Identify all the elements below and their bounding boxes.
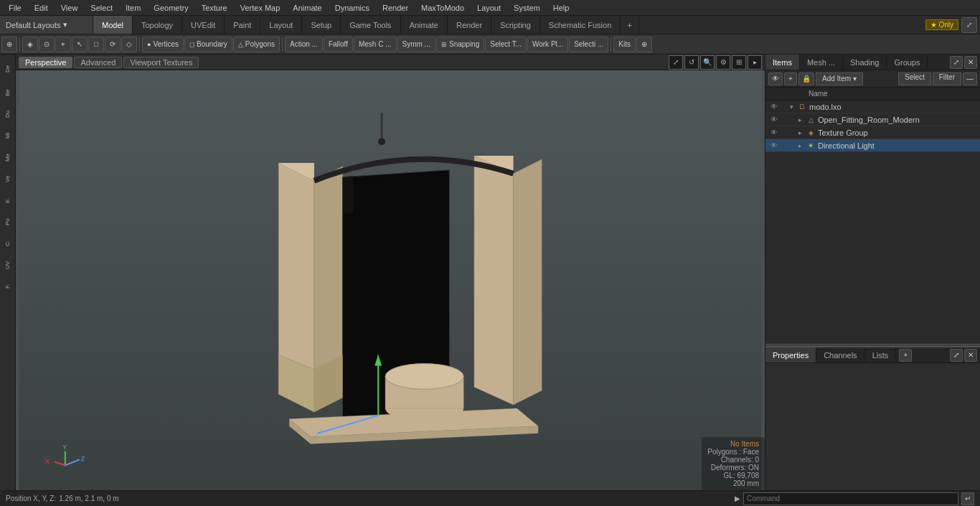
- menu-edit[interactable]: Edit: [29, 2, 54, 14]
- boundary-button[interactable]: ◻ Boundary: [184, 37, 232, 52]
- layout-add-button[interactable]: +: [621, 16, 639, 34]
- sidebar-tab-c[interactable]: C:: [3, 233, 12, 254]
- action-button[interactable]: Action ...: [285, 37, 323, 52]
- panel-tab-items[interactable]: Items: [765, 55, 800, 70]
- menu-texture[interactable]: Texture: [196, 2, 233, 14]
- menu-animate[interactable]: Animate: [287, 2, 327, 14]
- panel-close-button[interactable]: ✕: [964, 56, 977, 69]
- tool-transform[interactable]: ⟳: [105, 37, 121, 52]
- vp-ctrl-refresh[interactable]: ↺: [684, 55, 699, 70]
- tree-expand-3[interactable]: ▸: [798, 142, 806, 149]
- vp-ctrl-search[interactable]: 🔍: [700, 55, 715, 70]
- tab-setup[interactable]: Setup: [302, 16, 341, 34]
- tree-item-modo-lxo[interactable]: 👁 ▾ 🗋 modo.lxo: [765, 100, 980, 113]
- vp-tab-viewport-textures[interactable]: Viewport Textures: [123, 57, 199, 68]
- tab-uvedit[interactable]: UVEdit: [182, 16, 225, 34]
- tab-paint[interactable]: Paint: [225, 16, 260, 34]
- sidebar-tab-f[interactable]: F.: [3, 276, 12, 297]
- selecti-button[interactable]: Selecti ...: [569, 37, 608, 52]
- menu-vertexmap[interactable]: Vertex Map: [235, 2, 286, 14]
- item-tree[interactable]: 👁 ▾ 🗋 modo.lxo 👁 ▸ △ Open_Fitting_Room_M…: [765, 100, 980, 344]
- add-item-dropdown[interactable]: Add Item ▾: [816, 72, 863, 85]
- vp-ctrl-play[interactable]: ▸: [748, 55, 762, 70]
- menu-select[interactable]: Select: [85, 2, 118, 14]
- prop-close-button[interactable]: ✕: [964, 349, 977, 362]
- sidebar-tab-pol[interactable]: Po: [3, 211, 12, 233]
- tool-toggle[interactable]: ⊕: [1, 37, 17, 52]
- tool-arrow[interactable]: ↖: [72, 37, 88, 52]
- panel-eye-button[interactable]: 👁: [768, 72, 783, 85]
- sidebar-tab-uv[interactable]: UV: [3, 254, 12, 276]
- falloff-button[interactable]: Falloff: [324, 37, 353, 52]
- menu-dynamics[interactable]: Dynamics: [329, 2, 375, 14]
- viewport[interactable]: Perspective Advanced Viewport Textures ⤢…: [16, 55, 765, 490]
- panel-tab-shading[interactable]: Shading: [843, 55, 887, 70]
- tree-expand-0[interactable]: ▾: [790, 103, 797, 111]
- command-exec-button[interactable]: ↵: [961, 492, 974, 505]
- tab-render[interactable]: Render: [448, 16, 491, 34]
- vp-tab-perspective[interactable]: Perspective: [19, 57, 72, 68]
- layout-expand-button[interactable]: ⤢: [961, 17, 977, 33]
- sidebar-tab-be[interactable]: Be: [3, 82, 12, 103]
- tree-item-fitting[interactable]: 👁 ▸ △ Open_Fitting_Room_Modern: [765, 113, 980, 126]
- meshc-button[interactable]: Mesh C ...: [354, 37, 397, 52]
- tab-gametools[interactable]: Game Tools: [341, 16, 401, 34]
- sidebar-tab-e[interactable]: E.: [3, 189, 12, 211]
- panel-expand-button[interactable]: ⤢: [950, 56, 963, 69]
- tree-vis-1[interactable]: 👁: [768, 114, 780, 126]
- prop-tab-lists[interactable]: Lists: [865, 347, 897, 362]
- command-input[interactable]: [743, 492, 958, 505]
- sidebar-tab-mie[interactable]: Mi: [3, 125, 12, 146]
- kits-button[interactable]: Kits: [613, 37, 636, 52]
- vp-ctrl-settings[interactable]: ⚙: [716, 55, 730, 70]
- panel-tab-groups[interactable]: Groups: [887, 55, 928, 70]
- prop-tab-properties[interactable]: Properties: [765, 347, 816, 362]
- tool-select-mode[interactable]: ◈: [22, 37, 38, 52]
- star-only-badge[interactable]: ★ Only: [925, 19, 958, 30]
- menu-render[interactable]: Render: [377, 2, 414, 14]
- tool-lasso[interactable]: ⌖: [55, 37, 71, 52]
- tree-item-directional-light[interactable]: 👁 ▸ ☀ Directional Light: [765, 139, 980, 152]
- panel-minus-button[interactable]: —: [963, 72, 977, 85]
- tab-layout[interactable]: Layout: [260, 16, 302, 34]
- tree-vis-0[interactable]: 👁: [768, 101, 780, 113]
- vp-ctrl-maximize[interactable]: ⤢: [669, 55, 683, 70]
- sidebar-tab-dup[interactable]: Du: [3, 103, 12, 125]
- tree-vis-2[interactable]: 👁: [768, 127, 780, 139]
- symm-button[interactable]: Symm ...: [397, 37, 435, 52]
- menu-maxtomodo[interactable]: MaxToModo: [415, 2, 470, 14]
- tab-animate[interactable]: Animate: [401, 16, 448, 34]
- prop-add-btn[interactable]: +: [899, 349, 912, 362]
- layout-dropdown[interactable]: Default Layouts ▾: [0, 16, 93, 34]
- tab-topology[interactable]: Topology: [133, 16, 182, 34]
- tool-box[interactable]: □: [88, 37, 104, 52]
- panel-filter-button[interactable]: Filter: [933, 72, 961, 85]
- panel-add-button[interactable]: +: [784, 72, 797, 85]
- panel-tab-mesh[interactable]: Mesh ...: [800, 55, 843, 70]
- tool-circle[interactable]: ⊙: [39, 37, 55, 52]
- polygons-button[interactable]: △ Polygons: [233, 37, 280, 52]
- snapping-button[interactable]: ⊞ Snapping: [436, 37, 484, 52]
- tab-scripting[interactable]: Scripting: [491, 16, 540, 34]
- panel-select-button[interactable]: Select: [898, 72, 931, 85]
- tree-item-texture-group[interactable]: 👁 ▸ ◈ Texture Group: [765, 126, 980, 139]
- tree-expand-1[interactable]: ▸: [798, 116, 806, 123]
- tab-model[interactable]: Model: [93, 16, 133, 34]
- tree-expand-2[interactable]: ▸: [798, 129, 806, 136]
- sidebar-tab-ver[interactable]: Ve: [3, 168, 12, 189]
- workpl-button[interactable]: Work Pl...: [527, 37, 568, 52]
- tab-schematicfusion[interactable]: Schematic Fusion: [540, 16, 621, 34]
- prop-tab-channels[interactable]: Channels: [816, 347, 864, 362]
- sidebar-tab-de[interactable]: De: [3, 56, 12, 82]
- tools-more-button[interactable]: ⊕: [636, 37, 652, 52]
- menu-system[interactable]: System: [508, 2, 546, 14]
- menu-geometry[interactable]: Geometry: [148, 2, 194, 14]
- prop-expand-button[interactable]: ⤢: [950, 349, 963, 362]
- menu-help[interactable]: Help: [547, 2, 575, 14]
- menu-file[interactable]: File: [3, 2, 27, 14]
- selectt-button[interactable]: Select T...: [485, 37, 527, 52]
- tree-vis-3[interactable]: 👁: [768, 140, 780, 151]
- menu-view[interactable]: View: [55, 2, 84, 14]
- vp-tab-advanced[interactable]: Advanced: [74, 57, 122, 68]
- tool-scale[interactable]: ◇: [121, 37, 137, 52]
